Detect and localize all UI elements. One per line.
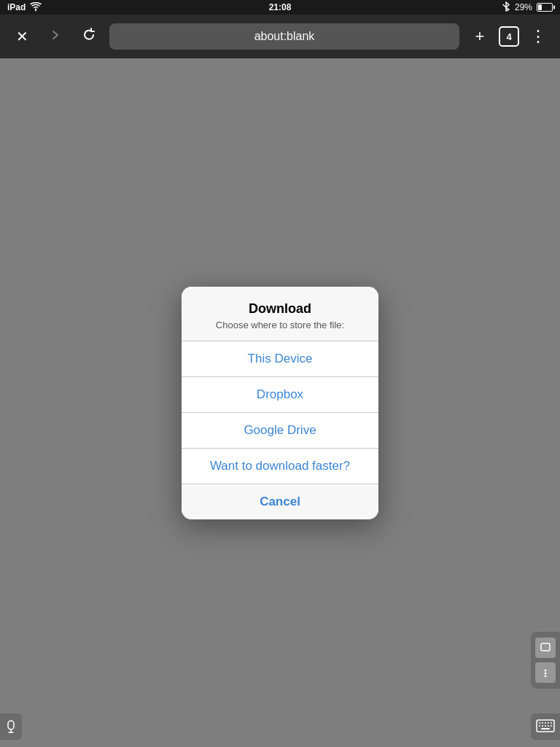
bluetooth-icon — [502, 1, 510, 14]
cancel-button[interactable]: Cancel — [182, 484, 378, 519]
reload-button[interactable] — [76, 23, 102, 50]
svg-point-1 — [545, 670, 547, 672]
tab-count-badge[interactable]: 4 — [499, 26, 519, 47]
wifi-icon — [30, 2, 42, 13]
back-icon — [48, 28, 63, 46]
dialog-title: Download — [193, 301, 367, 317]
faster-download-option[interactable]: Want to download faster? — [182, 449, 378, 484]
google-drive-option[interactable]: Google Drive — [182, 413, 378, 448]
svg-rect-4 — [8, 721, 14, 729]
address-bar[interactable]: about:blank — [109, 23, 459, 50]
nav-right: + 4 ⋮ — [467, 23, 551, 50]
nav-bar: ✕ about:blank + 4 ⋮ — [0, 15, 560, 58]
svg-point-3 — [545, 676, 547, 678]
status-bar: iPad 21:08 29% — [0, 0, 560, 15]
add-tab-icon: + — [475, 27, 485, 46]
battery-icon — [537, 3, 553, 12]
close-button[interactable]: ✕ — [9, 23, 35, 50]
dialog-header: Download Choose where to store the file: — [182, 287, 378, 341]
more-button[interactable]: ⋮ — [525, 23, 551, 50]
device-label: iPad — [7, 2, 26, 12]
reload-icon — [82, 28, 96, 46]
back-button[interactable] — [42, 23, 69, 50]
add-tab-button[interactable]: + — [467, 23, 493, 50]
url-text: about:blank — [254, 30, 315, 43]
browser-content: Download Choose where to store the file:… — [0, 58, 560, 747]
dialog-overlay: Download Choose where to store the file:… — [0, 58, 560, 747]
close-icon: ✕ — [16, 28, 28, 45]
bottom-left-widget[interactable] — [0, 713, 22, 740]
download-dialog: Download Choose where to store the file:… — [182, 287, 378, 519]
dialog-subtitle: Choose where to store the file: — [193, 320, 367, 330]
status-time: 21:08 — [269, 2, 292, 12]
more-icon: ⋮ — [530, 27, 546, 46]
battery-percent: 29% — [515, 2, 532, 12]
status-left: iPad — [7, 2, 42, 13]
bottom-right-widget[interactable] — [531, 713, 560, 740]
svg-point-2 — [545, 673, 547, 675]
svg-rect-0 — [541, 643, 550, 651]
side-widget-btn-top — [535, 638, 556, 658]
this-device-option[interactable]: This Device — [182, 341, 378, 376]
status-right: 29% — [502, 1, 553, 14]
dropbox-option[interactable]: Dropbox — [182, 377, 378, 412]
side-widget-btn-dots — [535, 662, 556, 683]
side-widget-right — [531, 632, 560, 689]
